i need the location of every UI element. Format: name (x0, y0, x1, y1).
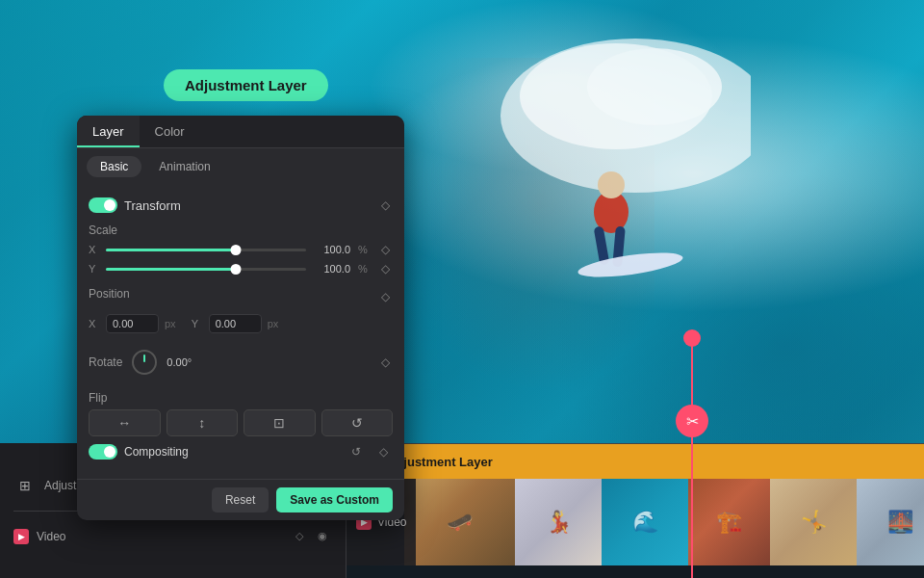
sub-tab-bar: Basic Animation (77, 148, 404, 185)
flip-btn-3[interactable]: ⊡ (244, 409, 316, 436)
thumb-2-dance: 💃 (515, 479, 602, 565)
svg-point-4 (598, 171, 625, 198)
scale-x-row: X 100.0 % ◇ (89, 242, 393, 257)
panel-body: Transform ◇ Scale X 100.0 % ◇ Y (77, 185, 404, 479)
rotate-section-header: Rotate 0.00° ◇ (89, 339, 393, 385)
scale-title: Scale (89, 223, 393, 237)
reset-button[interactable]: Reset (212, 487, 269, 512)
subtab-basic[interactable]: Basic (87, 156, 141, 177)
rotate-expand-icon[interactable]: ◇ (377, 355, 393, 370)
scale-y-value: 100.0 (314, 263, 350, 275)
transform-expand-icon[interactable]: ◇ (377, 197, 393, 213)
position-y-unit: px (268, 318, 279, 329)
tl-video-controls: ◇ ◉ (290, 527, 332, 546)
playhead-line (691, 337, 693, 578)
panel-footer: Reset Save as Custom (77, 479, 404, 520)
thumb-6-bridge: 🌉 (857, 479, 924, 565)
tl-adj-icon: ⊞ (13, 474, 37, 497)
rotate-section: Rotate 0.00° (89, 350, 192, 375)
thumb-3-wave: 🌊 (602, 479, 688, 565)
tab-layer[interactable]: Layer (77, 116, 140, 147)
position-y-label: Y (192, 318, 203, 329)
compositing-text: Compositing (124, 445, 189, 459)
scale-x-axis: X (89, 244, 98, 255)
compositing-refresh-icon[interactable]: ↺ (346, 442, 366, 461)
tl-video-label: Video (37, 530, 282, 543)
position-row: X px Y px (89, 314, 393, 333)
compositing-expand-icon[interactable]: ◇ (373, 442, 393, 461)
thumb-5-content: 🤸 (770, 479, 857, 565)
subtab-animation[interactable]: Animation (145, 156, 223, 177)
flip-buttons-row: ↔ ↕ ⊡ ↺ (89, 409, 393, 436)
scale-y-row: Y 100.0 % ◇ (89, 261, 393, 276)
video-track: 🛹 💃 🌊 🏗️ 🤸 🌉 ▶ (346, 479, 924, 565)
position-section: Position ◇ X px Y px (89, 282, 393, 333)
video-thumbnails: 🛹 💃 🌊 🏗️ 🤸 🌉 (404, 479, 924, 565)
tab-color[interactable]: Color (140, 116, 200, 147)
thumb-2-content: 💃 (515, 479, 602, 565)
position-x-label: X (89, 318, 100, 329)
tl-video-btn-2[interactable]: ◉ (313, 527, 332, 546)
compositing-label: Compositing (89, 444, 189, 460)
scale-y-unit: % (358, 263, 370, 275)
flip-btn-2[interactable]: ↕ (167, 409, 239, 436)
thumb-4-content: 🏗️ (688, 479, 770, 565)
position-x-unit: px (165, 318, 176, 329)
scale-x-slider[interactable] (106, 249, 306, 251)
playhead-head (683, 329, 701, 347)
scale-y-slider[interactable] (106, 268, 306, 271)
scale-x-unit: % (358, 244, 370, 255)
tl-video-play-icon: ▶ (13, 529, 29, 544)
properties-panel: Layer Color Basic Animation Transform ◇ … (77, 116, 404, 520)
position-expand-icon[interactable]: ◇ (377, 289, 393, 304)
scale-x-link-icon[interactable]: ◇ (377, 242, 393, 257)
flip-btn-1[interactable]: ↔ (89, 409, 161, 436)
thumb-1-skate: 🛹 (404, 479, 515, 565)
flip-btn-4[interactable]: ↺ (321, 409, 394, 436)
rotate-title: Rotate (89, 355, 122, 369)
svg-point-7 (577, 248, 684, 281)
thumb-1-content: 🛹 (404, 479, 515, 565)
svg-point-2 (587, 48, 722, 125)
position-x-input[interactable] (106, 314, 159, 333)
tl-video-btn-1[interactable]: ◇ (290, 527, 309, 546)
transform-section-header: Transform ◇ (89, 193, 393, 218)
compositing-section: Compositing ↺ ◇ (89, 442, 393, 461)
scissors-button[interactable]: ✂ (676, 405, 708, 437)
thumb-5-jump: 🤸 (770, 479, 857, 565)
thumb-3-content: 🌊 (602, 479, 688, 565)
adjustment-layer-badge: Adjustment Layer (164, 69, 328, 101)
flip-title: Flip (89, 391, 393, 405)
compositing-toggle[interactable] (89, 444, 117, 460)
surfer-visual (443, 39, 751, 424)
flip-section: Flip ↔ ↕ ⊡ ↺ (89, 391, 393, 436)
compositing-icons: ↺ ◇ (346, 442, 393, 461)
timeline-video-label-row: ▶ Video ◇ ◉ (13, 519, 332, 554)
scale-y-link-icon[interactable]: ◇ (377, 261, 393, 276)
transform-label: Transform (89, 197, 181, 213)
thumb-6-content: 🌉 (857, 479, 924, 565)
adjustment-track-bar[interactable]: ⊞ Adjustment Layer (346, 444, 924, 479)
scale-x-value: 100.0 (314, 244, 350, 255)
position-header: Position ◇ (89, 282, 393, 310)
position-y-input[interactable] (209, 314, 262, 333)
position-title: Position (89, 287, 130, 301)
rotate-value: 0.00° (167, 356, 192, 368)
panel-tab-bar: Layer Color (77, 116, 404, 148)
transform-text: Transform (124, 198, 181, 213)
thumb-4-building: 🏗️ (688, 479, 770, 565)
rotate-dial[interactable] (132, 350, 157, 375)
scale-section: Scale X 100.0 % ◇ Y 100.0 % (89, 223, 393, 276)
save-custom-button[interactable]: Save as Custom (276, 487, 393, 512)
transform-toggle[interactable] (89, 197, 117, 213)
scale-y-axis: Y (89, 263, 98, 275)
